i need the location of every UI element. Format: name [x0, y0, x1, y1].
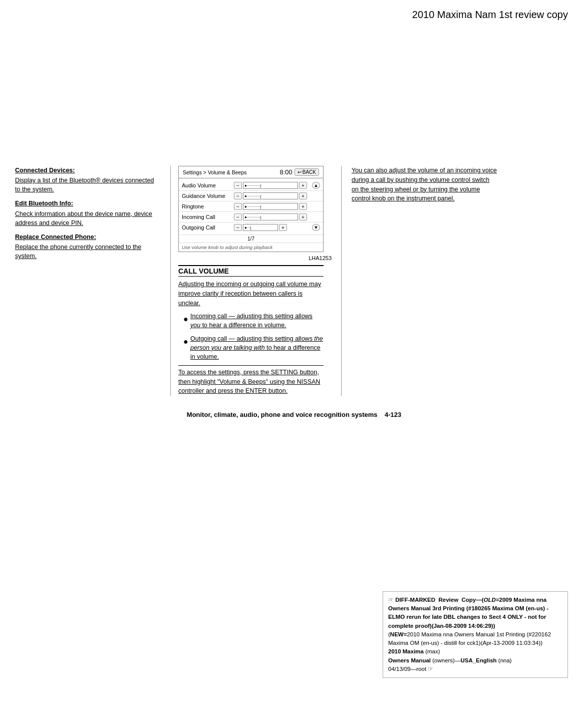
middle-column: Settings > Volume & Beeps 8:00 ↩ BACK Au…: [171, 166, 341, 396]
outgoing-call-control: − ●···| +: [234, 224, 309, 231]
ringtone-label: Ringtone: [182, 203, 232, 209]
bullet-incoming: ● Incoming call — adjusting this setting…: [183, 312, 324, 330]
guidance-volume-label: Guidance Volume: [182, 193, 232, 199]
incoming-call-label: Incoming Call: [182, 214, 232, 220]
guidance-vol-plus[interactable]: +: [299, 192, 307, 199]
edit-bluetooth-section: Edit Bluetooth Info: Check information a…: [15, 199, 160, 227]
outgoing-vol-minus[interactable]: −: [234, 224, 242, 231]
call-volume-title: CALL VOLUME: [178, 265, 324, 277]
replace-phone-body: Replace the phone currently connected to…: [15, 243, 160, 261]
replace-phone-heading: Replace Connected Phone:: [15, 232, 160, 242]
settings-path: Settings > Volume & Beeps: [183, 169, 247, 175]
settings-panel: Settings > Volume & Beeps 8:00 ↩ BACK Au…: [178, 166, 324, 252]
outgoing-call-row: Outgoing Call − ●···| + ▼: [179, 222, 323, 232]
outgoing-vol-plus[interactable]: +: [279, 224, 287, 231]
audio-volume-label: Audio Volume: [182, 182, 232, 188]
note-maxima: 2010 Maxima: [388, 648, 424, 654]
audio-nav-up[interactable]: ▲: [312, 182, 320, 189]
page-footer: Monitor, climate, audio, phone and voice…: [0, 406, 588, 423]
call-volume-section: CALL VOLUME Adjusting the incoming or ou…: [178, 265, 324, 396]
back-label: BACK: [303, 169, 316, 175]
call-volume-intro: Adjusting the incoming or outgoing call …: [178, 280, 324, 308]
footer-text: Monitor, climate, audio, phone and voice…: [187, 411, 378, 418]
ringtone-row: Ringtone − ●············| +: [179, 201, 323, 212]
settings-rows: Audio Volume − ●············| + ▲ Guidan…: [179, 178, 323, 234]
incoming-vol-minus[interactable]: −: [234, 213, 242, 220]
incoming-call-row: Incoming Call − ●············| +: [179, 212, 323, 222]
left-column: Connected Devices: Display a list of the…: [15, 166, 170, 396]
bullet-dot-2: ●: [183, 336, 187, 347]
incoming-vol-bar: ●············|: [243, 213, 298, 220]
replace-phone-section: Replace Connected Phone: Replace the pho…: [15, 232, 160, 261]
connected-devices-section: Connected Devices: Display a list of the…: [15, 166, 160, 194]
audio-vol-bar: ●············|: [243, 182, 298, 189]
outgoing-call-label: Outgoing Call: [182, 224, 232, 230]
page-title: 2010 Maxima Nam 1st review copy: [0, 0, 588, 26]
page-indicator: 1/7: [179, 234, 323, 243]
settings-footer-note: Use volume knob to adjust during playbac…: [179, 243, 323, 252]
guidance-volume-row: Guidance Volume − ●············| +: [179, 191, 323, 201]
connected-devices-body: Display a list of the Bluetooth® devices…: [15, 176, 160, 194]
note-owners-paren: (owners)—USA_English (nna): [432, 657, 512, 663]
ringtone-control: − ●············| +: [234, 203, 320, 210]
bullet-outgoing: ● Outgoing call — adjusting this setting…: [183, 334, 324, 361]
bullet-dot-1: ●: [183, 313, 187, 325]
audio-vol-plus[interactable]: +: [299, 182, 307, 189]
guidance-vol-minus[interactable]: −: [234, 192, 242, 199]
audio-vol-minus[interactable]: −: [234, 182, 242, 189]
audio-volume-control: − ●············| +: [234, 182, 309, 189]
back-arrow-icon: ↩: [298, 169, 302, 175]
note-date: 04/13/09—root ☞: [388, 666, 433, 672]
settings-panel-header: Settings > Volume & Beeps 8:00 ↩ BACK: [179, 166, 323, 178]
audio-volume-row: Audio Volume − ●············| + ▲: [179, 180, 323, 191]
call-volume-footer: To access the settings, press the SETTIN…: [178, 365, 324, 396]
ringtone-vol-minus[interactable]: −: [234, 203, 242, 210]
incoming-call-control: − ●············| +: [234, 213, 320, 220]
title-text: 2010 Maxima Nam 1st review copy: [412, 9, 568, 20]
note-owners-manual: Owners Manual: [388, 657, 431, 663]
right-column-text: You can also adjust the volume of an inc…: [352, 166, 497, 203]
note-diff-marked: DIFF-MARKED Review Copy—(OLD=2009 Maxima…: [388, 597, 548, 629]
bullet-outgoing-text: Outgoing call — adjusting this setting a…: [190, 334, 324, 361]
back-button[interactable]: ↩ BACK: [295, 168, 319, 176]
call-volume-bullets: ● Incoming call — adjusting this setting…: [183, 312, 324, 361]
connected-devices-heading: Connected Devices:: [15, 166, 160, 175]
note-new: (NEW=2010 Maxima nna Owners Manual 1st P…: [388, 631, 551, 646]
ringtone-vol-bar: ●············|: [243, 203, 298, 210]
ringtone-vol-plus[interactable]: +: [299, 203, 307, 210]
note-maxima-code: (max): [425, 648, 440, 654]
call-volume-body: Adjusting the incoming or outgoing call …: [178, 280, 324, 396]
guidance-volume-control: − ●············| +: [234, 192, 320, 199]
right-column: You can also adjust the volume of an inc…: [342, 166, 497, 396]
outgoing-vol-bar: ●···|: [243, 224, 278, 231]
note-icon: ☞: [388, 597, 394, 603]
settings-time: 8:00: [279, 168, 292, 176]
bullet-incoming-text: Incoming call — adjusting this setting a…: [190, 312, 324, 330]
page-number: 4-123: [385, 411, 401, 418]
bottom-note-box: ☞ DIFF-MARKED Review Copy—(OLD=2009 Maxi…: [383, 591, 568, 678]
guidance-vol-bar: ●············|: [243, 192, 298, 199]
edit-bluetooth-heading: Edit Bluetooth Info:: [15, 199, 160, 208]
outgoing-nav-down[interactable]: ▼: [312, 224, 320, 231]
main-content: Connected Devices: Display a list of the…: [0, 166, 588, 396]
edit-bluetooth-body: Check information about the device name,…: [15, 209, 160, 227]
time-area: 8:00 ↩ BACK: [279, 168, 319, 176]
lha-label: LHA1253: [178, 254, 334, 262]
incoming-vol-plus[interactable]: +: [299, 213, 307, 220]
